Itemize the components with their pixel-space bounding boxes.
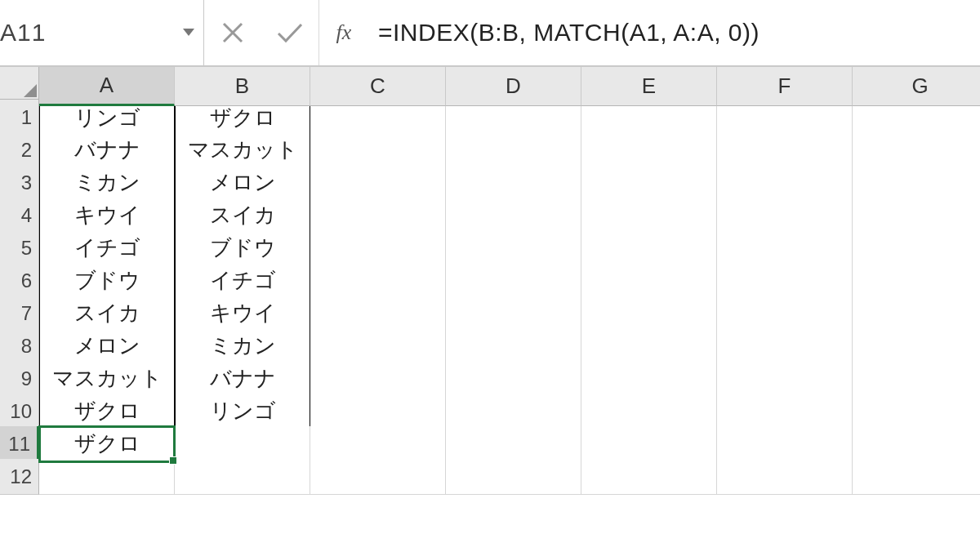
column-header-D[interactable]: D xyxy=(446,67,581,106)
column-header-C[interactable]: C xyxy=(310,67,446,106)
cell-A9[interactable]: マスカット xyxy=(39,361,175,397)
cell-E8[interactable] xyxy=(581,328,717,364)
row-header-2[interactable]: 2 xyxy=(0,132,39,168)
cell-E5[interactable] xyxy=(581,230,717,266)
cell-E6[interactable] xyxy=(581,263,717,299)
cell-B8[interactable]: ミカン xyxy=(175,328,310,364)
cell-F3[interactable] xyxy=(717,165,853,201)
cell-D3[interactable] xyxy=(446,165,581,201)
cell-F12[interactable] xyxy=(717,459,853,495)
cell-E3[interactable] xyxy=(581,165,717,201)
cell-C4[interactable] xyxy=(310,198,446,234)
enter-icon[interactable] xyxy=(261,0,318,65)
row-header-12[interactable]: 12 xyxy=(0,459,39,495)
column-header-B[interactable]: B xyxy=(175,67,310,106)
cell-F2[interactable] xyxy=(717,132,853,168)
cell-C2[interactable] xyxy=(310,132,446,168)
row-header-1[interactable]: 1 xyxy=(0,100,39,136)
cell-E12[interactable] xyxy=(581,459,717,495)
cell-A7[interactable]: スイカ xyxy=(39,296,175,332)
column-header-A[interactable]: A xyxy=(39,67,175,106)
row-header-3[interactable]: 3 xyxy=(0,165,39,201)
row-header-6[interactable]: 6 xyxy=(0,263,39,299)
cell-F7[interactable] xyxy=(717,296,853,332)
cancel-icon[interactable] xyxy=(204,0,261,65)
cell-C9[interactable] xyxy=(310,361,446,397)
cell-C10[interactable] xyxy=(310,394,446,429)
cell-B9[interactable]: バナナ xyxy=(175,361,310,397)
cell-E9[interactable] xyxy=(581,361,717,397)
cell-G11[interactable] xyxy=(853,426,980,462)
cell-B7[interactable]: キウイ xyxy=(175,296,310,332)
cell-D11[interactable] xyxy=(446,426,581,462)
cell-F10[interactable] xyxy=(717,394,853,429)
row-header-10[interactable]: 10 xyxy=(0,394,39,429)
row-header-11[interactable]: 11 xyxy=(0,426,39,462)
cell-A5[interactable]: イチゴ xyxy=(39,230,175,266)
cell-D5[interactable] xyxy=(446,230,581,266)
row-header-5[interactable]: 5 xyxy=(0,230,39,266)
cell-B3[interactable]: メロン xyxy=(175,165,310,201)
cell-G10[interactable] xyxy=(853,394,980,429)
cell-A4[interactable]: キウイ xyxy=(39,198,175,234)
cell-C7[interactable] xyxy=(310,296,446,332)
cell-G2[interactable] xyxy=(853,132,980,168)
cell-G8[interactable] xyxy=(853,328,980,364)
cell-E2[interactable] xyxy=(581,132,717,168)
cell-E10[interactable] xyxy=(581,394,717,429)
cell-E4[interactable] xyxy=(581,198,717,234)
row-header-8[interactable]: 8 xyxy=(0,328,39,364)
cell-D7[interactable] xyxy=(446,296,581,332)
cell-B11[interactable] xyxy=(175,426,310,462)
cell-D9[interactable] xyxy=(446,361,581,397)
cell-D2[interactable] xyxy=(446,132,581,168)
cell-A6[interactable]: ブドウ xyxy=(39,263,175,299)
cell-F4[interactable] xyxy=(717,198,853,234)
cell-C11[interactable] xyxy=(310,426,446,462)
cell-A3[interactable]: ミカン xyxy=(39,165,175,201)
cell-C12[interactable] xyxy=(310,459,446,495)
row-header-7[interactable]: 7 xyxy=(0,296,39,332)
column-header-F[interactable]: F xyxy=(717,67,853,106)
column-header-E[interactable]: E xyxy=(581,67,717,106)
cell-F5[interactable] xyxy=(717,230,853,266)
name-box-dropdown[interactable] xyxy=(174,0,203,65)
cell-B6[interactable]: イチゴ xyxy=(175,263,310,299)
cell-E11[interactable] xyxy=(581,426,717,462)
cell-G5[interactable] xyxy=(853,230,980,266)
cell-D4[interactable] xyxy=(446,198,581,234)
cell-G12[interactable] xyxy=(853,459,980,495)
cell-E7[interactable] xyxy=(581,296,717,332)
cell-A12[interactable] xyxy=(39,459,175,495)
cell-C5[interactable] xyxy=(310,230,446,266)
cell-F9[interactable] xyxy=(717,361,853,397)
cell-B10[interactable]: リンゴ xyxy=(175,394,310,429)
name-box[interactable]: A11 xyxy=(0,0,174,65)
cell-D8[interactable] xyxy=(446,328,581,364)
fx-icon[interactable]: fx xyxy=(319,0,368,65)
cell-C8[interactable] xyxy=(310,328,446,364)
formula-input[interactable]: =INDEX(B:B, MATCH(A1, A:A, 0)) xyxy=(368,0,980,65)
cell-F6[interactable] xyxy=(717,263,853,299)
cell-A11[interactable]: ザクロ xyxy=(39,426,175,462)
cell-D6[interactable] xyxy=(446,263,581,299)
cell-B5[interactable]: ブドウ xyxy=(175,230,310,266)
cell-G6[interactable] xyxy=(853,263,980,299)
cell-F8[interactable] xyxy=(717,328,853,364)
cell-C6[interactable] xyxy=(310,263,446,299)
row-header-9[interactable]: 9 xyxy=(0,361,39,397)
cell-G9[interactable] xyxy=(853,361,980,397)
cell-G7[interactable] xyxy=(853,296,980,332)
cell-G3[interactable] xyxy=(853,165,980,201)
cell-C3[interactable] xyxy=(310,165,446,201)
select-all-corner[interactable] xyxy=(0,67,39,100)
cell-B2[interactable]: マスカット xyxy=(175,132,310,168)
row-header-4[interactable]: 4 xyxy=(0,198,39,234)
cell-B12[interactable] xyxy=(175,459,310,495)
cell-D12[interactable] xyxy=(446,459,581,495)
cell-B4[interactable]: スイカ xyxy=(175,198,310,234)
cell-G4[interactable] xyxy=(853,198,980,234)
cell-D10[interactable] xyxy=(446,394,581,429)
cell-A2[interactable]: バナナ xyxy=(39,132,175,168)
cell-A10[interactable]: ザクロ xyxy=(39,394,175,429)
